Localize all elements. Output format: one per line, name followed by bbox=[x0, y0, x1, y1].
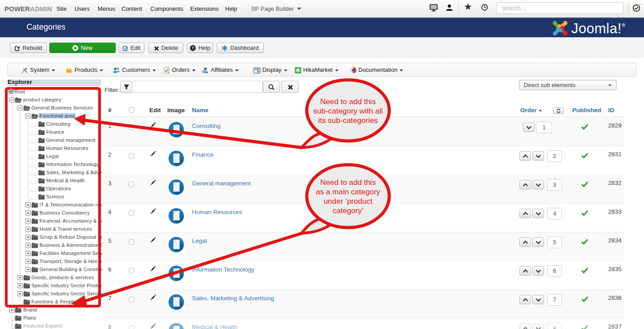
svg-text:?: ? bbox=[191, 45, 194, 50]
